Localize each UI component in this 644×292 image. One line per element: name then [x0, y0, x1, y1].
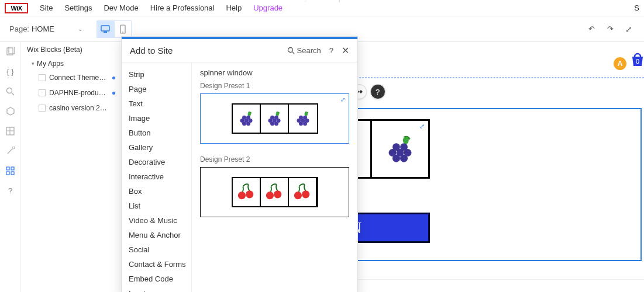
data-icon[interactable]	[5, 125, 16, 137]
preview-header: spinner window	[200, 68, 349, 77]
category-box[interactable]: Box	[122, 184, 191, 199]
svg-point-28	[247, 112, 250, 116]
category-decorative[interactable]: Decorative	[122, 155, 191, 169]
category-gallery[interactable]: Gallery	[122, 140, 191, 155]
top-menu-bar: WiX Site Settings Dev Mode Hire a Profes…	[0, 0, 644, 16]
grape-icon	[385, 134, 415, 164]
avatar[interactable]: A	[614, 57, 626, 70]
svg-rect-1	[104, 32, 107, 33]
category-input[interactable]: Input	[122, 286, 191, 292]
wix-logo[interactable]: WiX	[5, 3, 28, 13]
tools-icon[interactable]	[5, 145, 16, 157]
svg-point-36	[275, 112, 278, 116]
cube-icon	[39, 89, 46, 96]
panel-close[interactable]: ✕	[342, 45, 349, 56]
category-strip[interactable]: Strip	[122, 67, 191, 82]
top-right-letter: S	[634, 4, 639, 12]
sidebar-item-connect-theme[interactable]: Connect Theme Demo ...	[21, 70, 121, 85]
menu-upgrade[interactable]: Upgrade	[253, 4, 283, 12]
page-label: Page:	[9, 25, 29, 33]
cherry-icon	[264, 182, 284, 202]
svg-point-44	[304, 112, 307, 116]
desktop-view-button[interactable]	[97, 20, 114, 38]
svg-point-79	[403, 137, 409, 144]
svg-rect-14	[6, 172, 9, 175]
svg-marker-8	[7, 107, 14, 115]
category-text[interactable]: Text	[122, 96, 191, 111]
svg-rect-13	[11, 167, 14, 170]
svg-point-34	[242, 121, 246, 126]
undo-button[interactable]: ↶	[586, 24, 597, 34]
panel-search[interactable]: Search	[287, 46, 321, 55]
menu-settings[interactable]: Settings	[64, 4, 92, 12]
category-list[interactable]: List	[122, 199, 191, 213]
category-interactive[interactable]: Interactive	[122, 169, 191, 184]
svg-point-42	[270, 121, 274, 126]
sidebar-section-my-apps[interactable]: My Apps	[21, 57, 121, 70]
menu-help[interactable]: Help	[226, 4, 242, 12]
preset-1[interactable]: ⤢	[200, 93, 349, 144]
panel-title: Add to Site	[130, 46, 173, 55]
redo-button[interactable]: ↷	[604, 24, 616, 34]
svg-rect-15	[11, 172, 14, 175]
menu-dev-mode[interactable]: Dev Mode	[104, 4, 138, 12]
category-social[interactable]: Social	[122, 242, 191, 257]
device-toggle	[97, 20, 132, 38]
category-contact-forms[interactable]: Contact & Forms	[122, 257, 191, 272]
zoom-out-button[interactable]: ⤢	[623, 24, 635, 34]
svg-point-50	[299, 121, 303, 126]
preset-2-label: Design Preset 2	[200, 155, 349, 164]
category-menu-anchor[interactable]: Menu & Anchor	[122, 228, 191, 242]
cherry-icon	[236, 182, 256, 202]
cube-icon	[39, 74, 46, 81]
category-page[interactable]: Page	[122, 82, 191, 96]
left-rail: { } ?	[0, 42, 21, 292]
category-image[interactable]: Image	[122, 111, 191, 126]
grape-icon	[238, 110, 254, 127]
pages-icon[interactable]	[5, 46, 16, 57]
svg-point-26	[288, 48, 292, 53]
cube-icon	[39, 105, 46, 112]
svg-point-55	[274, 190, 281, 198]
svg-point-51	[303, 121, 307, 126]
panel-handle[interactable]: ⌃	[305, 0, 340, 2]
svg-line-7	[12, 93, 14, 95]
status-dot	[112, 92, 115, 95]
svg-point-6	[7, 88, 12, 93]
preset-2[interactable]	[200, 167, 349, 217]
category-embed-code[interactable]: Embed Code	[122, 272, 191, 286]
desktop-icon	[101, 25, 110, 33]
search-icon[interactable]	[5, 85, 16, 97]
svg-point-53	[246, 190, 253, 198]
blocks-sidebar: Wix Blocks (Beta) My Apps Connect Theme …	[21, 42, 122, 292]
code-icon[interactable]: { }	[5, 65, 16, 77]
grape-icon	[266, 110, 283, 127]
sidebar-item-casino[interactable]: casino version 2 (v2.2)	[21, 100, 121, 116]
help-icon[interactable]: ?	[5, 185, 16, 196]
mobile-view-button[interactable]	[114, 20, 132, 38]
mobile-icon	[120, 25, 126, 34]
panel-help[interactable]: ?	[329, 46, 333, 55]
menu-hire[interactable]: Hire a Professional	[150, 4, 215, 12]
add-to-site-panel: Add to Site Search ? ✕ StripPageTextImag…	[121, 36, 358, 292]
package-icon[interactable]	[5, 105, 16, 117]
search-icon	[287, 47, 295, 54]
category-button[interactable]: Button	[122, 126, 191, 140]
sidebar-item-daphne[interactable]: DAPHNE-product page...	[21, 85, 121, 100]
help-icon[interactable]: ?	[370, 84, 385, 99]
cherry-icon	[292, 182, 312, 202]
page-selector[interactable]: Page: HOME ⌄	[5, 22, 87, 36]
cart-icon[interactable]: 0	[629, 50, 644, 68]
menu-site[interactable]: Site	[40, 4, 53, 12]
preset-1-label: Design Preset 1	[200, 82, 349, 90]
expand-icon[interactable]: ⤢	[419, 123, 426, 130]
svg-point-54	[266, 192, 273, 199]
svg-point-52	[237, 192, 245, 199]
svg-rect-12	[6, 167, 9, 170]
status-dot	[112, 77, 115, 79]
blocks-icon[interactable]	[5, 165, 16, 176]
svg-line-27	[292, 52, 294, 54]
svg-point-56	[294, 192, 301, 199]
category-video-music[interactable]: Video & Music	[122, 213, 191, 228]
chevron-down-icon: ⌄	[78, 26, 82, 32]
